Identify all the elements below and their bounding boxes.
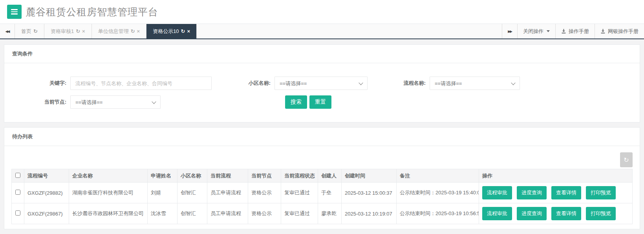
created-at-cell: 2025-03-12 10:19:07 [342,203,397,224]
remark-cell: 公示结束时间：2025-03-19 15:40:02 [397,183,479,203]
query-panel: 查询条件 关键字: 小区名称: ==请选择== 流程名称: ==请选择== 当前… [4,44,640,122]
keyword-input[interactable] [70,77,212,90]
node-select-wrap: ==请选择== [70,95,161,109]
tab-close-icon[interactable]: × [82,28,85,34]
community-label: 小区名称: [212,80,274,87]
todo-table: 流程编号 企业名称 申请姓名 小区名称 当前流程 当前节点 当前流程状态 创建人… [11,169,633,224]
hamburger-icon [11,9,18,15]
process-name-select[interactable]: ==请选择== [430,77,520,90]
refresh-list-button[interactable]: ↻ [620,152,633,167]
tab-home[interactable]: 首页 ↻ [15,24,44,38]
operation-manual-label: 操作手册 [569,28,589,35]
company-cell: 长沙麓谷市政园林环卫有限公司 [69,203,148,224]
col-applicant: 申请姓名 [148,169,177,183]
table-row: GXGZF(29867) 长沙麓谷市政园林环卫有限公司 沈冰雪 创智汇 员工申请… [12,203,633,224]
keyword-label: 关键字: [12,80,70,87]
community-cell: 创智汇 [177,203,207,224]
select-all-checkbox[interactable] [15,173,20,178]
col-process-status: 当前流程状态 [281,169,318,183]
close-operations-dropdown[interactable]: 关闭操作 [517,24,555,38]
tabbar-right-controls: ▶▶ 关闭操作 操作手册 网银操作手册 [502,24,644,38]
community-cell: 创智汇 [177,183,207,203]
col-community: 小区名称 [177,169,207,183]
process-approve-button[interactable]: 流程审批 [482,186,512,199]
col-actions: 操作 [479,169,633,183]
col-creator: 创建人 [318,169,342,183]
progress-query-button[interactable]: 进度查询 [517,186,547,199]
tab-label: 单位信息管理 [98,28,129,35]
current-node-label: 当前节点: [12,99,70,106]
current-node-select[interactable]: ==请选择== [70,95,161,109]
tab-refresh-icon[interactable]: ↻ [76,28,80,34]
operation-manual-link[interactable]: 操作手册 [555,24,595,38]
process-no-cell: GXGZF(29867) [24,203,69,224]
reset-button[interactable]: 重置 [309,95,331,109]
double-left-arrow-icon: ◀◀ [5,29,9,33]
current-process-cell: 员工申请流程 [207,203,248,224]
community-select-wrap: ==请选择== [274,77,368,90]
print-preview-button[interactable]: 打印预览 [586,207,616,220]
view-detail-button[interactable]: 查看详情 [551,207,581,220]
row-checkbox[interactable] [15,210,20,216]
process-select-wrap: ==请选择== [430,77,520,90]
process-approve-button[interactable]: 流程审批 [482,207,512,220]
actions-cell: 流程审批进度查询查看详情打印预览 [479,203,633,224]
progress-query-button[interactable]: 进度查询 [517,207,547,220]
print-preview-button[interactable]: 打印预览 [586,186,616,199]
process-no-cell: GXGZF(29882) [24,183,69,203]
col-current-node: 当前节点 [248,169,281,183]
refresh-icon: ↻ [624,157,629,163]
todo-panel: 待办列表 ↻ 流程编号 企业名称 申请姓名 小区名称 当前流程 当前节点 当前 [4,127,640,229]
app-header: 麓谷租赁公租房智慧管理平台 [0,0,644,24]
download-icon [600,29,606,34]
col-process-no: 流程编号 [24,169,69,183]
page-title: 麓谷租赁公租房智慧管理平台 [26,5,158,18]
community-select[interactable]: ==请选择== [274,77,368,90]
remark-cell: 公示结束时间：2025-03-19 10:56:54 [397,203,479,224]
tab-label: 首页 [21,28,31,35]
tab-close-icon[interactable]: × [137,28,140,34]
tab-qualification-review[interactable]: 资格审核1 ↻ × [44,24,92,38]
close-operations-label: 关闭操作 [523,28,543,35]
table-header-row: 流程编号 企业名称 申请姓名 小区名称 当前流程 当前节点 当前流程状态 创建人… [12,169,633,183]
tab-refresh-icon[interactable]: ↻ [181,28,185,34]
tab-refresh-icon[interactable]: ↻ [131,28,135,34]
tabbar-spacer [197,24,502,38]
col-remark: 备注 [397,169,479,183]
tabs-scroll-left-button[interactable]: ◀◀ [0,24,15,38]
download-icon [561,29,566,34]
menu-toggle-button[interactable] [7,5,22,19]
tab-qualification-publicity[interactable]: 资格公示10 ↻ × [146,24,197,38]
process-status-cell: 复审已通过 [281,183,318,203]
current-process-cell: 员工申请流程 [207,183,248,203]
query-form: 关键字: 小区名称: ==请选择== 流程名称: ==请选择== 当前节点: =… [4,63,640,122]
applicant-cell: 刘婧 [148,183,177,203]
tab-bar: ◀◀ 首页 ↻ 资格审核1 ↻ × 单位信息管理 ↻ × 资格公示10 ↻ × … [0,24,644,39]
current-node-cell: 资格公示 [248,203,281,224]
col-company: 企业名称 [69,169,148,183]
bank-manual-label: 网银操作手册 [608,28,639,35]
double-right-arrow-icon: ▶▶ [508,29,512,33]
table-row: GXGZF(29882) 湖南非雀医疗科技有限公司 刘婧 创智汇 员工申请流程 … [12,183,633,203]
caret-down-icon [547,30,550,32]
row-checkbox[interactable] [15,190,20,195]
search-button[interactable]: 搜索 [285,95,307,109]
col-current-process: 当前流程 [207,169,248,183]
actions-cell: 流程审批进度查询查看详情打印预览 [479,183,633,203]
query-panel-title: 查询条件 [4,45,640,63]
tab-unit-info-management[interactable]: 单位信息管理 ↻ × [92,24,147,38]
tabs-scroll-right-button[interactable]: ▶▶ [502,24,517,38]
tab-label: 资格公示10 [153,28,179,35]
todo-panel-title: 待办列表 [4,128,640,146]
created-at-cell: 2025-03-12 15:00:37 [342,183,397,203]
todo-table-wrap: 流程编号 企业名称 申请姓名 小区名称 当前流程 当前节点 当前流程状态 创建人… [4,169,640,224]
bank-manual-link[interactable]: 网银操作手册 [595,24,644,38]
table-body: GXGZF(29882) 湖南非雀医疗科技有限公司 刘婧 创智汇 员工申请流程 … [12,183,633,224]
tab-refresh-icon[interactable]: ↻ [33,28,38,34]
creator-cell: 于垒 [318,183,342,203]
creator-cell: 廖承乾 [318,203,342,224]
tab-close-icon[interactable]: × [187,28,190,34]
process-name-label: 流程名称: [368,80,430,87]
tab-label: 资格审核1 [51,28,74,35]
view-detail-button[interactable]: 查看详情 [551,186,581,199]
